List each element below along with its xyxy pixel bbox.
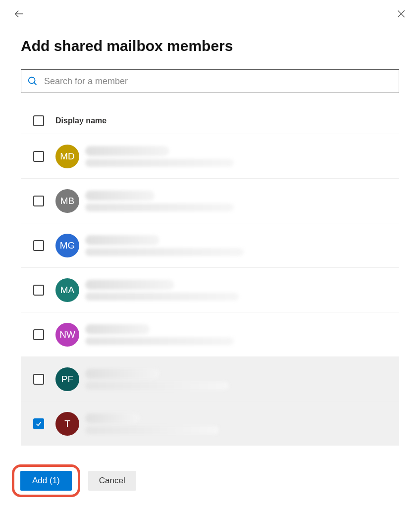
redacted-email xyxy=(85,426,219,434)
member-details xyxy=(82,413,395,434)
back-button[interactable] xyxy=(12,7,26,21)
redacted-email xyxy=(85,203,234,211)
member-checkbox[interactable] xyxy=(33,240,44,251)
member-details xyxy=(82,324,395,345)
redacted-name xyxy=(85,146,169,156)
redacted-email xyxy=(85,293,239,301)
close-button[interactable] xyxy=(394,7,408,21)
redacted-name xyxy=(85,191,155,201)
member-row[interactable]: NW xyxy=(21,312,399,356)
redacted-email xyxy=(85,382,229,390)
avatar: MB xyxy=(55,189,79,213)
redacted-email xyxy=(85,337,234,345)
add-button-highlight: Add (1) xyxy=(12,464,80,497)
close-icon xyxy=(396,9,406,19)
column-header-display-name[interactable]: Display name xyxy=(52,116,106,125)
select-all-checkbox[interactable] xyxy=(33,115,44,126)
member-details xyxy=(82,191,395,211)
member-checkbox[interactable] xyxy=(33,285,44,296)
arrow-left-icon xyxy=(13,8,24,19)
member-details xyxy=(82,369,395,390)
member-checkbox[interactable] xyxy=(33,418,44,429)
member-checkbox[interactable] xyxy=(33,196,44,206)
member-details xyxy=(82,146,395,167)
add-members-panel: Add shared mailbox members Display name … xyxy=(0,0,420,507)
footer-actions: Add (1) Cancel xyxy=(12,464,136,497)
member-checkbox[interactable] xyxy=(33,329,44,340)
member-row[interactable]: PF xyxy=(21,356,399,401)
page-title: Add shared mailbox members xyxy=(21,38,408,54)
member-details xyxy=(82,235,395,256)
avatar: MA xyxy=(55,278,79,302)
redacted-name xyxy=(85,413,140,423)
member-row[interactable]: MA xyxy=(21,267,399,312)
redacted-email xyxy=(85,248,244,256)
member-checkbox[interactable] xyxy=(33,151,44,162)
svg-point-3 xyxy=(29,77,35,84)
member-row[interactable]: MD xyxy=(21,134,399,178)
cancel-button[interactable]: Cancel xyxy=(88,471,136,491)
svg-line-4 xyxy=(34,83,37,85)
members-list: Display name MDMBMGMANWPFT xyxy=(21,108,399,446)
avatar: PF xyxy=(55,367,79,391)
avatar: T xyxy=(55,412,79,436)
redacted-name xyxy=(85,324,150,334)
member-row[interactable]: MG xyxy=(21,223,399,267)
redacted-email xyxy=(85,159,234,167)
redacted-name xyxy=(85,369,159,379)
member-checkbox[interactable] xyxy=(33,374,44,385)
search-input[interactable] xyxy=(43,76,393,87)
add-button[interactable]: Add (1) xyxy=(20,471,72,491)
member-row[interactable]: MB xyxy=(21,178,399,223)
search-box[interactable] xyxy=(21,69,399,93)
avatar: NW xyxy=(55,323,79,347)
avatar: MG xyxy=(55,234,79,257)
avatar: MD xyxy=(55,145,79,168)
top-bar xyxy=(12,7,408,25)
member-details xyxy=(82,280,395,301)
redacted-name xyxy=(85,235,159,245)
search-icon xyxy=(27,76,38,87)
member-row[interactable]: T xyxy=(21,401,399,446)
table-header: Display name xyxy=(21,108,399,134)
redacted-name xyxy=(85,280,174,290)
